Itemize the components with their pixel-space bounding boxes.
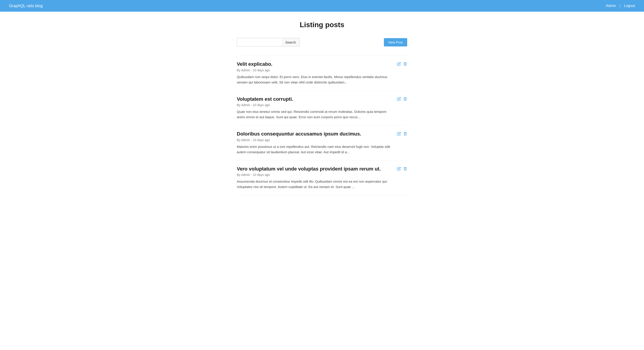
post-header: Doloribus consequuntur accusamus ipsum d… — [237, 131, 407, 155]
post-item: Velit explicabo. By Admin - 10 days ago … — [237, 56, 407, 91]
delete-icon[interactable] — [403, 62, 407, 66]
post-header: Voluptatem est corrupti. By Admin - 10 d… — [237, 96, 407, 120]
navbar: GraphQL rails blog Admin | Logout — [0, 0, 644, 12]
post-item: Voluptatem est corrupti. By Admin - 10 d… — [237, 91, 407, 126]
navbar-admin-link[interactable]: Admin — [606, 4, 616, 8]
post-meta: By Admin - 10 days ago — [237, 173, 392, 177]
post-meta: By Admin - 10 days ago — [237, 103, 392, 107]
search-input[interactable] — [237, 38, 282, 47]
post-item: Vero voluptatum vel unde voluptas provid… — [237, 160, 407, 195]
delete-icon[interactable] — [403, 97, 407, 101]
post-content: Vero voluptatum vel unde voluptas provid… — [237, 166, 392, 190]
post-excerpt: Maiores enim possimus ut a iure repellen… — [237, 144, 392, 155]
search-form: Search — [237, 38, 300, 47]
post-content: Voluptatem est corrupti. By Admin - 10 d… — [237, 96, 392, 120]
post-header: Velit explicabo. By Admin - 10 days ago … — [237, 61, 407, 85]
post-actions — [397, 167, 407, 171]
post-excerpt: Quae non eius tenetur omnis sed qui. Rei… — [237, 109, 392, 120]
post-title[interactable]: Vero voluptatum vel unde voluptas provid… — [237, 166, 392, 172]
post-title[interactable]: Doloribus consequuntur accusamus ipsum d… — [237, 131, 392, 137]
navbar-right: Admin | Logout — [606, 4, 635, 8]
search-button[interactable]: Search — [282, 38, 300, 47]
post-actions — [397, 97, 407, 101]
post-content: Velit explicabo. By Admin - 10 days ago … — [237, 61, 392, 85]
post-excerpt: Assumenda ducimus et consectetur impedit… — [237, 179, 392, 190]
post-item: Doloribus consequuntur accusamus ipsum d… — [237, 125, 407, 160]
post-content: Doloribus consequuntur accusamus ipsum d… — [237, 131, 392, 155]
main-content: Listing posts Search New Post Velit expl… — [232, 12, 412, 204]
edit-icon[interactable] — [397, 62, 401, 66]
posts-list: Velit explicabo. By Admin - 10 days ago … — [237, 56, 407, 195]
edit-icon[interactable] — [397, 132, 401, 136]
post-actions — [397, 132, 407, 136]
navbar-brand[interactable]: GraphQL rails blog — [9, 4, 42, 8]
page-title: Listing posts — [237, 21, 407, 29]
post-header: Vero voluptatum vel unde voluptas provid… — [237, 166, 407, 190]
post-meta: By Admin - 10 days ago — [237, 138, 392, 142]
delete-icon[interactable] — [403, 132, 407, 136]
toolbar: Search New Post — [237, 38, 407, 47]
post-title[interactable]: Velit explicabo. — [237, 61, 392, 68]
post-actions — [397, 62, 407, 66]
navbar-logout-link[interactable]: Logout — [624, 4, 635, 8]
navbar-divider: | — [620, 4, 620, 8]
post-excerpt: Quibusdam non sequi dolor. Et porro vero… — [237, 74, 392, 85]
post-meta: By Admin - 10 days ago — [237, 69, 392, 72]
new-post-button[interactable]: New Post — [384, 38, 407, 47]
delete-icon[interactable] — [403, 167, 407, 171]
edit-icon[interactable] — [397, 167, 401, 171]
post-title[interactable]: Voluptatem est corrupti. — [237, 96, 392, 103]
edit-icon[interactable] — [397, 97, 401, 101]
